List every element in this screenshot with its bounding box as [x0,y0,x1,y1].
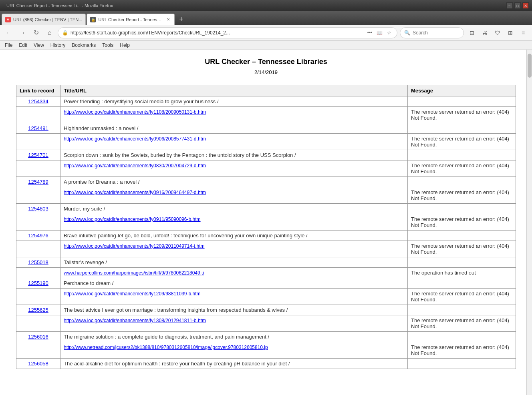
table-row-url: http://www.loc.gov/catdir/enhancements/f… [16,315,516,332]
tab-report[interactable]: 🔒 URL Checker Report - Tennessee Li... ✕ [87,14,175,25]
message-cell-empty [408,123,516,134]
menu-edit[interactable]: Edit [16,42,30,49]
url-cell: http://www.netread.com/jcusers2/bk1388/8… [60,342,408,359]
tab-close-button[interactable]: ✕ [165,17,171,22]
tab-favicon-1: A [5,17,11,22]
record-link[interactable]: 1254701 [28,152,48,158]
menu-tools[interactable]: Tools [99,42,117,49]
menu-help[interactable]: Help [117,42,133,49]
url-cell: http://www.loc.gov/catdir/enhancements/f… [60,134,408,150]
title-cell: Murder, my suite / [60,204,408,214]
address-actions: ••• 📖 ☆ [366,29,393,37]
lock-icon: 🔒 [62,30,68,36]
minimize-button[interactable]: − [506,2,513,9]
sidebar-button[interactable]: ⊟ [466,27,478,38]
table-row: 1254976Brave intuitive painting-let go, … [16,231,516,241]
message-cell-empty [408,177,516,187]
url-link[interactable]: http://www.loc.gov/catdir/enhancements/f… [64,318,206,323]
record-cell: 1255625 [16,305,60,315]
more-button[interactable]: ••• [366,29,374,37]
table-row: 1255018Tallstar's revenge / [16,257,516,268]
close-button[interactable]: ✕ [522,2,529,9]
url-cell: http://www.loc.gov/catdir/enhancements/f… [60,187,408,204]
message-cell-empty [408,231,516,241]
record-cell-empty [16,241,60,257]
message-cell: The remote server returned an error: (40… [408,241,516,257]
scrollbar[interactable] [526,50,532,395]
bookmark-button[interactable]: ☆ [385,29,393,37]
menu-history[interactable]: History [47,42,69,49]
address-bar[interactable]: 🔒 https://test6-staff.auto-graphics.com/… [58,27,397,38]
record-link[interactable]: 1254789 [28,179,48,185]
record-cell-empty [16,342,60,359]
message-cell: The operation has timed out [408,268,516,278]
message-cell: The remote server returned an error: (40… [408,134,516,150]
url-link[interactable]: http://www.netread.com/jcusers2/bk1388/8… [64,345,268,350]
record-cell-empty [16,268,60,278]
url-link[interactable]: http://www.loc.gov/catdir/enhancements/f… [64,109,206,115]
table-row-url: http://www.loc.gov/catdir/enhancements/f… [16,241,516,257]
url-cell: www.harpercollins.com/harperimages/isbn/… [60,268,408,278]
menu-view[interactable]: View [30,42,47,49]
menu-button[interactable]: ≡ [518,27,529,38]
message-cell-empty [408,257,516,268]
record-link[interactable]: 1255625 [28,307,48,313]
browser-window: URL Checker Report - Tennessee Li... - M… [0,0,532,395]
url-cell: http://www.loc.gov/catdir/enhancements/f… [60,160,408,177]
url-link[interactable]: http://www.loc.gov/catdir/enhancements/f… [64,136,206,142]
url-link[interactable]: http://www.loc.gov/catdir/enhancements/f… [64,243,205,249]
menu-bookmarks[interactable]: Bookmarks [69,42,99,49]
menu-file[interactable]: File [2,42,16,49]
home-button[interactable]: ⌂ [44,27,55,38]
new-tab-button[interactable]: + [175,14,187,25]
record-cell-empty [16,107,60,123]
record-link[interactable]: 1255018 [28,259,48,265]
search-bar[interactable]: 🔍 [400,27,464,38]
record-link[interactable]: 1254976 [28,233,48,239]
record-link[interactable]: 1256058 [28,361,48,367]
titlebar: URL Checker Report - Tennessee Li... - M… [0,0,532,11]
record-link[interactable]: 1256016 [28,334,48,340]
col-header-title: Title/URL [60,85,408,96]
back-button[interactable]: ← [3,27,14,38]
reader-mode-button[interactable]: 📖 [375,29,383,37]
search-input[interactable] [413,30,453,36]
record-cell: 1254976 [16,231,60,241]
url-link[interactable]: http://www.loc.gov/catdir/enhancements/f… [64,190,206,195]
titlebar-controls: − □ ✕ [506,2,529,9]
record-cell-empty [16,214,60,231]
toolbar-right: ⊟ 🖨 🛡 ⊞ ≡ [466,27,529,38]
url-link[interactable]: http://www.loc.gov/catdir/enhancements/f… [64,291,201,297]
record-cell: 1254334 [16,96,60,107]
shield-button[interactable]: 🛡 [492,27,503,38]
scroll-thumb[interactable] [528,54,532,78]
record-link[interactable]: 1254803 [28,206,48,212]
forward-button[interactable]: → [17,27,28,38]
title-cell: Tallstar's revenge / [60,257,408,268]
tab-url-checker[interactable]: A URL (856) Checker | TENV | TEN... [2,14,86,25]
message-cell-empty [408,204,516,214]
url-cell: http://www.loc.gov/catdir/enhancements/f… [60,289,408,305]
table-row-url: www.harpercollins.com/harperimages/isbn/… [16,268,516,278]
record-cell: 1254789 [16,177,60,187]
table-row: 1254803Murder, my suite / [16,204,516,214]
print-button[interactable]: 🖨 [479,27,490,38]
url-link[interactable]: www.harpercollins.com/harperimages/isbn/… [64,270,204,276]
reload-button[interactable]: ↻ [30,27,42,38]
table-row: 1256016The migraine solution : a complet… [16,332,516,342]
record-cell: 1254491 [16,123,60,134]
table-row-url: http://www.loc.gov/catdir/enhancements/f… [16,107,516,123]
message-cell-empty [408,278,516,289]
report-table: Link to record Title/URL Message 1254334… [16,85,516,369]
record-link[interactable]: 1255190 [28,280,48,286]
record-link[interactable]: 1254334 [28,98,48,104]
record-cell: 1254803 [16,204,60,214]
url-link[interactable]: http://www.loc.gov/catdir/enhancements/f… [64,163,206,168]
record-link[interactable]: 1254491 [28,125,48,131]
maximize-button[interactable]: □ [514,2,521,9]
layout-button[interactable]: ⊞ [505,27,516,38]
title-cell: A promise for Breanna : a novel / [60,177,408,187]
tab-label-2: URL Checker Report - Tennessee Li... [98,17,163,22]
page-title: URL Checker – Tennessee Libraries [16,58,516,66]
url-link[interactable]: http://www.loc.gov/catdir/enhancements/f… [64,217,201,222]
